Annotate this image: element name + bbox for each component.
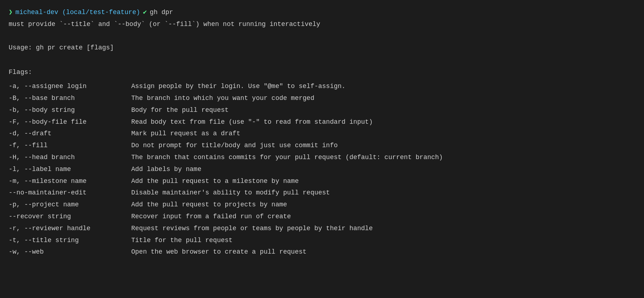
flag-name: -w, --web bbox=[9, 246, 131, 258]
flag-description: The branch into which you want your code… bbox=[131, 92, 635, 104]
flags-table: -a, --assignee loginAssign people by the… bbox=[9, 80, 635, 258]
flag-description: Do not prompt for title/body and just us… bbox=[131, 140, 635, 152]
flag-description: Request reviews from people or teams by … bbox=[131, 223, 635, 235]
blank-line-1 bbox=[9, 35, 635, 43]
flag-description: Open the web browser to create a pull re… bbox=[131, 246, 635, 258]
flag-row: -F, --body-file fileRead body text from … bbox=[9, 116, 635, 128]
flag-description: Add the pull request to projects by name bbox=[131, 199, 635, 211]
flag-description: Recover input from a failed run of creat… bbox=[131, 211, 635, 223]
error-line: must provide `--title` and `--body` (or … bbox=[9, 19, 635, 30]
flag-row: -B, --base branchThe branch into which y… bbox=[9, 92, 635, 104]
flag-name: -b, --body string bbox=[9, 104, 131, 116]
prompt-command: gh dpr bbox=[150, 7, 173, 18]
prompt-line: ❯ micheal-dev (local/test-feature) ✔ gh … bbox=[9, 7, 635, 18]
flag-description: Body for the pull request bbox=[131, 104, 635, 116]
flag-name: -F, --body-file file bbox=[9, 116, 131, 128]
flag-row: -f, --fillDo not prompt for title/body a… bbox=[9, 140, 635, 152]
flag-description: Mark pull request as a draft bbox=[131, 128, 635, 140]
prompt-user-dir: micheal-dev (local/test-feature) bbox=[16, 7, 140, 18]
flag-name: -a, --assignee login bbox=[9, 80, 131, 92]
terminal-window: ❯ micheal-dev (local/test-feature) ✔ gh … bbox=[9, 7, 635, 258]
flags-header: Flags: bbox=[9, 67, 635, 78]
flag-row: --no-maintainer-editDisable maintainer's… bbox=[9, 187, 635, 199]
usage-line: Usage: gh pr create [flags] bbox=[9, 43, 635, 53]
prompt-chevron-icon: ❯ bbox=[9, 7, 13, 18]
flag-name: -m, --milestone name bbox=[9, 175, 131, 187]
flag-row: -d, --draftMark pull request as a draft bbox=[9, 128, 635, 140]
flag-row: -b, --body stringBody for the pull reque… bbox=[9, 104, 635, 116]
flag-name: --recover string bbox=[9, 211, 131, 223]
flag-name: --no-maintainer-edit bbox=[9, 187, 131, 199]
flag-name: -r, --reviewer handle bbox=[9, 223, 131, 235]
flag-description: The branch that contains commits for you… bbox=[131, 152, 635, 163]
flag-name: -t, --title string bbox=[9, 235, 131, 246]
flag-description: Disable maintainer's ability to modify p… bbox=[131, 187, 635, 199]
flag-row: -t, --title stringTitle for the pull req… bbox=[9, 235, 635, 246]
flag-description: Read body text from file (use "-" to rea… bbox=[131, 116, 635, 128]
flag-row: -a, --assignee loginAssign people by the… bbox=[9, 80, 635, 92]
flag-row: -m, --milestone nameAdd the pull request… bbox=[9, 175, 635, 187]
flag-row: -r, --reviewer handleRequest reviews fro… bbox=[9, 223, 635, 235]
blank-line-2 bbox=[9, 60, 635, 67]
flag-row: --recover stringRecover input from a fai… bbox=[9, 211, 635, 223]
prompt-checkmark-icon: ✔ bbox=[143, 7, 147, 18]
flag-row: -w, --webOpen the web browser to create … bbox=[9, 246, 635, 258]
flag-description: Add the pull request to a milestone by n… bbox=[131, 175, 635, 187]
flag-row: -p, --project nameAdd the pull request t… bbox=[9, 199, 635, 211]
flag-name: -d, --draft bbox=[9, 128, 131, 140]
flag-description: Add labels by name bbox=[131, 163, 635, 175]
flag-description: Title for the pull request bbox=[131, 235, 635, 246]
flag-name: -H, --head branch bbox=[9, 152, 131, 163]
flag-row: -H, --head branchThe branch that contain… bbox=[9, 152, 635, 163]
flag-name: -p, --project name bbox=[9, 199, 131, 211]
flag-description: Assign people by their login. Use "@me" … bbox=[131, 80, 635, 92]
flag-name: -B, --base branch bbox=[9, 92, 131, 104]
flag-row: -l, --label nameAdd labels by name bbox=[9, 163, 635, 175]
flag-name: -l, --label name bbox=[9, 163, 131, 175]
flag-name: -f, --fill bbox=[9, 140, 131, 152]
